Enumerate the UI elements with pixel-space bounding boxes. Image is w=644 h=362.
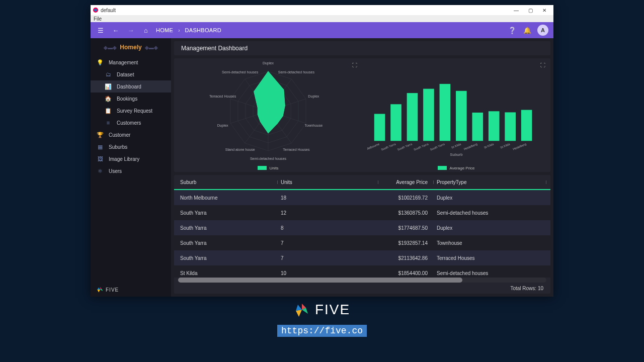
horizontal-scrollbar[interactable] — [178, 278, 546, 283]
lamp-icon: ◈▬◈ — [104, 45, 117, 50]
sidebar-item-dataset[interactable]: 🗂Dataset — [91, 68, 171, 80]
svg-marker-17 — [254, 71, 285, 133]
page-title: Management Dashboard — [174, 41, 550, 55]
col-suburb[interactable]: Suburb — [180, 179, 281, 185]
svg-text:South Yarra: South Yarra — [397, 142, 413, 151]
bell-icon[interactable]: 🔔 — [522, 25, 532, 35]
nav-icon: 📋 — [105, 108, 112, 114]
col-type[interactable]: PropertyType — [437, 179, 544, 185]
nav-icon: 🏠 — [105, 96, 112, 102]
legend-swatch — [438, 166, 447, 170]
svg-text:Townhouse: Townhouse — [304, 124, 323, 127]
table-row[interactable]: South Yarra7$2113642.86Terraced Houses — [174, 250, 550, 265]
nav-icon: 💡 — [97, 59, 104, 66]
svg-text:Duplex: Duplex — [217, 124, 228, 128]
main-content: Management Dashboard ⛶ DuplexSemi-detach… — [171, 38, 553, 297]
svg-rect-28 — [374, 114, 385, 141]
app-logo: ◈▬◈ Homely ◈▬◈ — [91, 38, 171, 56]
svg-rect-31 — [423, 89, 434, 141]
table-row[interactable]: South Yarra7$1932857.14Townhouse — [174, 235, 550, 250]
table-footer: Total Rows: 10 — [174, 283, 550, 294]
hamburger-icon[interactable]: ☰ — [96, 25, 106, 35]
radar-legend: Units — [174, 164, 362, 172]
svg-rect-33 — [456, 91, 467, 141]
svg-text:South Yarra: South Yarra — [381, 142, 397, 151]
svg-text:South Yarra: South Yarra — [413, 142, 429, 151]
svg-text:Terraced Houses: Terraced Houses — [283, 148, 310, 151]
table-row[interactable]: South Yarra12$1360875.00Semi-detached ho… — [174, 205, 550, 220]
table-header: Suburb Units Average Price PropertyType — [174, 175, 550, 190]
nav-icon: 🗂 — [105, 71, 112, 77]
sidebar-item-survey-request[interactable]: 📋Survey Request — [91, 105, 171, 117]
data-table: Suburb Units Average Price PropertyType … — [174, 175, 550, 294]
svg-text:Suburb: Suburb — [450, 152, 463, 157]
titlebar: default — ▢ ✕ — [91, 5, 553, 15]
svg-text:Semi-detached houses: Semi-detached houses — [278, 70, 315, 74]
table-row[interactable]: South Yarra8$1774687.50Duplex — [174, 220, 550, 235]
svg-rect-30 — [407, 93, 418, 141]
nav-icon: 🏆 — [97, 132, 104, 138]
table-body[interactable]: North Melbourne18$1002169.72DuplexSouth … — [174, 190, 550, 278]
minimize-button[interactable]: — — [509, 6, 523, 15]
window-title: default — [101, 8, 116, 13]
nav-icon: ≡ — [105, 120, 112, 126]
topbar: ☰ ← → ⌂ HOME › DASHBOARD ❔ 🔔 A — [91, 22, 553, 38]
five-logo-icon — [294, 302, 310, 318]
sidebar-item-bookings[interactable]: 🏠Bookings — [91, 93, 171, 105]
maximize-button[interactable]: ▢ — [523, 6, 537, 15]
col-price[interactable]: Average Price — [381, 179, 437, 185]
back-icon[interactable]: ← — [111, 25, 121, 35]
chevron-right-icon: › — [178, 28, 180, 33]
sidebar-item-suburbs[interactable]: ▦Suburbs — [91, 141, 171, 153]
svg-rect-35 — [489, 111, 500, 141]
brand-logo: FIVE — [294, 302, 350, 318]
lamp-icon: ◈▬◈ — [145, 45, 158, 50]
avatar[interactable]: A — [537, 25, 548, 36]
radar-chart: ⛶ DuplexSemi-detached housesDuplexTownho… — [174, 58, 362, 172]
svg-text:Terraced Houses: Terraced Houses — [209, 95, 236, 98]
table-row[interactable]: St Kilda10$1854400.00Semi-detached house… — [174, 265, 550, 278]
nav-icon: ▦ — [97, 144, 104, 150]
breadcrumb-home[interactable]: HOME — [156, 27, 173, 33]
help-icon[interactable]: ❔ — [507, 25, 517, 35]
svg-text:Semi-detached houses: Semi-detached houses — [222, 70, 259, 74]
sidebar-item-customer[interactable]: 🏆Customer — [91, 129, 171, 141]
page-brand: FIVE https://five.co — [0, 302, 644, 337]
nav-icon: 🖼 — [97, 156, 104, 162]
svg-rect-36 — [505, 112, 516, 141]
svg-rect-29 — [390, 104, 401, 141]
table-row[interactable]: North Melbourne18$1002169.72Duplex — [174, 190, 550, 205]
menubar: File — [91, 15, 553, 22]
col-units[interactable]: Units — [281, 179, 381, 185]
svg-text:St Kilda: St Kilda — [451, 142, 462, 149]
sidebar-item-customers[interactable]: ≡Customers — [91, 117, 171, 129]
svg-text:Heidelberg: Heidelberg — [463, 142, 478, 150]
sidebar-item-management[interactable]: 💡Management — [91, 56, 171, 68]
nav-list: 💡Management🗂Dataset📊Dashboard🏠Bookings📋S… — [91, 56, 171, 283]
svg-text:Duplex: Duplex — [263, 61, 274, 65]
close-button[interactable]: ✕ — [537, 6, 551, 15]
svg-text:Semi-detached houses: Semi-detached houses — [250, 157, 287, 160]
svg-text:Stand alone house: Stand alone house — [225, 148, 255, 151]
nav-icon: ⚛ — [97, 168, 104, 174]
sidebar-item-dashboard[interactable]: 📊Dashboard — [91, 80, 171, 93]
sidebar-item-users[interactable]: ⚛Users — [91, 165, 171, 177]
svg-rect-34 — [472, 113, 483, 141]
svg-text:North Melbourne: North Melbourne — [367, 142, 380, 153]
brand-url[interactable]: https://five.co — [277, 325, 367, 337]
nav-icon: 📊 — [105, 83, 112, 90]
svg-point-1 — [95, 9, 97, 12]
svg-text:St Kilda: St Kilda — [500, 142, 511, 149]
sidebar-item-image-library[interactable]: 🖼Image Library — [91, 153, 171, 165]
home-icon[interactable]: ⌂ — [141, 25, 151, 35]
sidebar: ◈▬◈ Homely ◈▬◈ 💡Management🗂Dataset📊Dashb… — [91, 38, 171, 297]
bar-chart: ⛶ North MelbourneSouth YarraSouth YarraS… — [362, 58, 550, 172]
svg-rect-37 — [521, 110, 532, 141]
svg-text:St Kilda: St Kilda — [484, 142, 495, 149]
menu-file[interactable]: File — [94, 16, 102, 22]
svg-text:South Yarra: South Yarra — [430, 142, 446, 151]
app-window: default — ▢ ✕ File ☰ ← → ⌂ HOME › DASHBO… — [91, 5, 553, 297]
svg-rect-32 — [440, 84, 451, 141]
sidebar-footer-logo: FIVE — [91, 283, 171, 297]
forward-icon[interactable]: → — [126, 25, 136, 35]
